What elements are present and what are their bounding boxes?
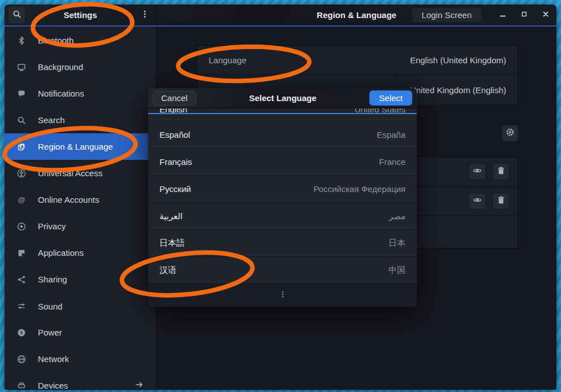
sidebar-item[interactable]: Universal Access — [5, 160, 156, 186]
language-name: Русский — [159, 184, 191, 194]
view-layout-button[interactable] — [469, 193, 486, 210]
sidebar-item[interactable]: Bluetooth — [5, 27, 156, 54]
sidebar-item[interactable]: Search — [5, 107, 156, 133]
sidebar: Bluetooth Background Notifications Searc… — [5, 27, 157, 389]
svg-text:A: A — [21, 144, 24, 148]
search-icon — [16, 116, 27, 125]
menu-button[interactable] — [136, 6, 153, 24]
svg-text:@: @ — [18, 195, 25, 204]
language-list: Español España Français France Русский Р… — [148, 121, 417, 284]
remove-source-button[interactable] — [493, 193, 510, 210]
language-region: United States — [355, 108, 405, 113]
applications-icon — [16, 249, 27, 258]
cancel-button[interactable]: Cancel — [153, 91, 196, 106]
headerbar-left: Settings — [5, 5, 157, 25]
sidebar-item[interactable]: Network — [5, 346, 156, 372]
trash-icon — [497, 195, 506, 207]
desktop: { "titlebar": { "app_title": "Settings",… — [0, 0, 561, 392]
gear-icon — [506, 128, 515, 139]
input-sources-options-button[interactable] — [502, 125, 519, 142]
sidebar-item-label: Search — [38, 115, 65, 125]
search-icon — [12, 10, 21, 21]
sidebar-item[interactable]: @ Online Accounts — [5, 186, 156, 213]
sidebar-item[interactable]: Sound — [5, 293, 156, 319]
online-accounts-icon: @ — [16, 195, 27, 204]
view-layout-button[interactable] — [469, 163, 486, 180]
sidebar-item-label: Sharing — [38, 275, 67, 284]
sidebar-item-label: Sound — [38, 302, 62, 311]
language-region: España — [377, 130, 405, 140]
sidebar-item[interactable]: Sharing — [5, 266, 156, 293]
language-name: 汉语 — [159, 265, 176, 276]
sidebar-item-label: Devices — [38, 381, 68, 389]
show-more-button[interactable] — [148, 284, 417, 307]
bluetooth-icon — [16, 36, 27, 45]
region-language-icon: A — [16, 142, 27, 151]
language-option-row[interactable]: Français France — [148, 149, 417, 176]
sidebar-item-label: Applications — [38, 248, 84, 258]
language-option-row[interactable]: Español España — [148, 121, 417, 149]
eye-icon — [473, 166, 482, 177]
devices-icon — [16, 381, 27, 389]
select-button[interactable]: Select — [369, 90, 412, 106]
window-controls: Login Screen — [412, 5, 556, 25]
sidebar-item-label: Online Accounts — [38, 195, 99, 204]
sidebar-item[interactable]: Applications — [5, 239, 156, 266]
language-option-row[interactable]: Русский Российская Федерация — [148, 176, 417, 203]
sidebar-item-label: Privacy — [38, 221, 66, 231]
language-value: English (United Kingdom) — [410, 55, 506, 65]
minimize-icon — [498, 10, 507, 21]
login-screen-button[interactable]: Login Screen — [412, 7, 482, 23]
minimize-button[interactable] — [492, 5, 513, 25]
privacy-icon — [16, 222, 27, 231]
sharing-icon — [16, 275, 27, 284]
arrow-right-icon — [135, 380, 144, 389]
app-title: Settings — [63, 10, 97, 20]
language-option-row[interactable]: 日本語 日本 — [148, 230, 417, 257]
maximize-icon — [520, 10, 529, 21]
sidebar-item[interactable]: Power — [5, 319, 156, 346]
language-row[interactable]: Language English (United Kingdom) — [197, 46, 517, 75]
close-icon — [541, 10, 550, 21]
universal-access-icon — [16, 169, 27, 178]
language-name: العربية — [159, 211, 183, 221]
settings-window: Settings Region & Language Login Screen — [5, 5, 556, 390]
language-region: 中国 — [389, 265, 405, 276]
close-button[interactable] — [535, 5, 556, 25]
remove-source-button[interactable] — [493, 163, 510, 180]
notifications-icon — [16, 89, 27, 98]
page-title: Region & Language — [317, 10, 396, 20]
language-name: Français — [159, 157, 192, 167]
language-region: France — [379, 157, 405, 167]
formats-value: United Kingdom (English) — [410, 85, 506, 95]
sidebar-item-label: Power — [38, 328, 62, 337]
sidebar-item[interactable]: Background — [5, 54, 156, 80]
dialog-title: Select Language — [196, 93, 370, 103]
kebab-menu-icon — [140, 10, 149, 21]
language-label: Language — [209, 55, 247, 65]
language-name: Español — [159, 130, 190, 140]
sidebar-item-label: Background — [38, 62, 83, 72]
language-region: مصر — [389, 211, 405, 221]
sidebar-item[interactable]: A Region & Language — [5, 133, 156, 160]
language-option-row[interactable]: 汉语 中国 — [148, 257, 417, 284]
maximize-button[interactable] — [513, 5, 535, 25]
dialog-header: Cancel Select Language Select — [148, 88, 417, 108]
scrolled-language-row[interactable]: English United States — [148, 108, 417, 113]
sidebar-item-label: Bluetooth — [38, 36, 74, 45]
select-language-dialog: Cancel Select Language Select English Un… — [148, 88, 417, 307]
language-region: Российская Федерация — [313, 184, 405, 194]
sidebar-item[interactable]: Privacy — [5, 213, 156, 239]
headerbar: Settings Region & Language Login Screen — [5, 5, 556, 27]
more-vertical-icon — [278, 290, 287, 301]
search-button[interactable] — [8, 6, 25, 24]
sidebar-item[interactable]: Notifications — [5, 80, 156, 107]
sidebar-item-label: Region & Language — [38, 142, 113, 151]
language-name: English — [159, 108, 187, 113]
language-region: 日本 — [389, 238, 405, 249]
sidebar-item[interactable]: Devices — [5, 372, 156, 389]
background-icon — [16, 63, 27, 72]
language-option-row[interactable]: العربية مصر — [148, 203, 417, 230]
sidebar-item-label: Universal Access — [38, 168, 102, 178]
eye-icon — [473, 195, 482, 207]
